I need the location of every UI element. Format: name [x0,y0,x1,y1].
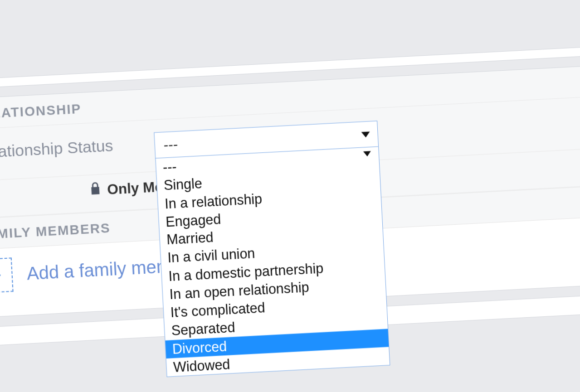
caret-down-icon [363,151,370,156]
plus-icon: + [0,265,2,286]
relationship-status-dropdown[interactable]: ---SingleIn a relationshipEngagedMarried… [155,146,390,377]
add-family-member-button[interactable]: + [0,257,13,293]
lock-icon [89,181,101,198]
relationship-status-label: Relationship Status [0,132,155,162]
relationship-status-selected-value: --- [163,136,178,152]
privacy-label: Only Me [107,178,163,197]
caret-down-icon [361,131,370,138]
